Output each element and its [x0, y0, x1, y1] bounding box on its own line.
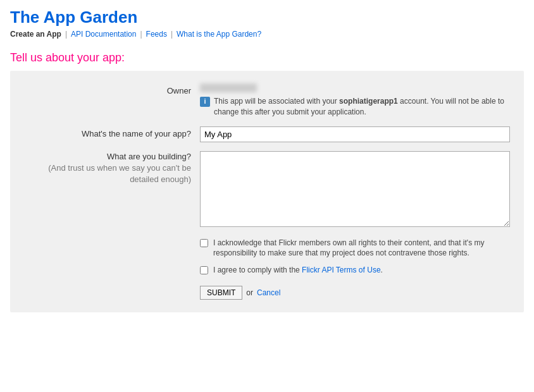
page-heading: Tell us about your app:	[10, 51, 524, 64]
cancel-link[interactable]: Cancel	[257, 288, 280, 297]
app-name-input[interactable]	[200, 126, 510, 142]
or-text: or	[246, 288, 253, 297]
building-label: What are you building?	[23, 151, 191, 162]
flickr-terms-link[interactable]: Flickr API Terms of Use	[302, 266, 380, 274]
owner-blurred-value	[200, 83, 257, 92]
building-textarea[interactable]	[200, 151, 510, 227]
app-name-field	[200, 126, 511, 142]
building-field	[200, 151, 511, 229]
nav-feeds[interactable]: Feeds	[146, 30, 167, 39]
owner-info-box: i This app will be associated with your …	[200, 96, 511, 118]
app-name-row: What's the name of your app?	[10, 126, 524, 142]
submit-row: SUBMIT or Cancel	[10, 282, 524, 300]
nav-api-docs[interactable]: API Documentation	[71, 30, 136, 39]
info-icon: i	[200, 97, 210, 107]
checkbox1-row: I acknowledge that Flickr members own al…	[10, 238, 524, 259]
site-title: The App Garden	[10, 8, 524, 27]
owner-row: Owner i This app will be associated with…	[10, 83, 524, 118]
checkbox2-row: I agree to comply with the Flickr API Te…	[10, 265, 524, 276]
header: The App Garden Create an App | API Docum…	[0, 0, 534, 42]
owner-label: Owner	[23, 83, 200, 95]
building-label-container: What are you building? (And trust us whe…	[23, 151, 200, 186]
account-name: sophiatigerapp1	[339, 97, 398, 106]
checkbox2-label: I agree to comply with the Flickr API Te…	[213, 265, 383, 276]
checkbox2[interactable]	[200, 266, 208, 274]
nav: Create an App | API Documentation | Feed…	[10, 30, 524, 39]
owner-info-text: This app will be associated with your so…	[214, 96, 511, 118]
nav-current: Create an App	[10, 30, 61, 39]
checkbox1-label: I acknowledge that Flickr members own al…	[213, 238, 511, 259]
app-name-label: What's the name of your app?	[23, 126, 200, 138]
submit-button[interactable]: SUBMIT	[200, 286, 242, 300]
owner-field: i This app will be associated with your …	[200, 83, 511, 118]
nav-what-is[interactable]: What is the App Garden?	[177, 30, 261, 39]
checkbox1[interactable]	[200, 239, 208, 247]
form-container: Owner i This app will be associated with…	[10, 71, 524, 312]
building-sublabel: (And trust us when we say you can't be d…	[23, 162, 191, 185]
building-row: What are you building? (And trust us whe…	[10, 151, 524, 229]
